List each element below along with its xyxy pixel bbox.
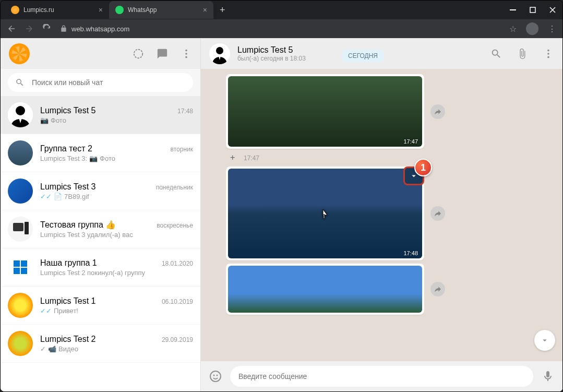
svg-rect-13	[14, 268, 20, 274]
svg-point-19	[547, 56, 549, 58]
message-0[interactable]: 17:47	[226, 74, 424, 149]
svg-rect-15	[21, 268, 27, 274]
lock-icon	[60, 25, 67, 32]
compose-bar	[201, 361, 562, 391]
tab-title: WhatsApp	[128, 6, 199, 14]
sent-icon: ✓	[40, 345, 46, 353]
message-menu-button[interactable]: 1	[403, 167, 424, 185]
svg-point-23	[217, 375, 218, 376]
svg-point-5	[185, 56, 187, 58]
mouse-cursor	[320, 208, 330, 221]
emoji-icon[interactable]	[209, 370, 222, 383]
profile-avatar[interactable]	[526, 22, 538, 35]
menu-icon[interactable]	[181, 48, 192, 60]
svg-rect-1	[530, 7, 535, 13]
new-chat-icon[interactable]	[157, 48, 168, 60]
chat-item-5[interactable]: Lumpics Test 106.10.2019✓✓ Привет!	[1, 287, 200, 325]
new-tab-button[interactable]: +	[213, 5, 232, 16]
svg-rect-12	[21, 260, 27, 267]
svg-point-17	[547, 49, 549, 51]
chat-item-6[interactable]: Lumpics Test 229.09.2019✓ 📹 Видео	[1, 325, 200, 363]
chat-name: Lumpics Test 3	[40, 182, 95, 192]
chat-avatar	[8, 217, 33, 242]
camera-icon: 📷	[40, 116, 49, 124]
browser-tab-whatsapp[interactable]: WhatsApp ×	[109, 1, 213, 19]
chat-time: 29.09.2019	[162, 336, 193, 343]
svg-point-4	[185, 53, 187, 55]
url-display[interactable]: web.whatsapp.com	[60, 25, 501, 33]
chat-avatar	[8, 102, 33, 127]
browser-tab-lumpics[interactable]: Lumpics.ru ×	[5, 1, 109, 19]
message-2[interactable]: 17:481	[226, 167, 424, 260]
chat-preview: 📷 Фото	[40, 116, 193, 124]
chat-name: Lumpics Test 5	[40, 106, 95, 115]
chat-time: 06.10.2019	[162, 298, 193, 305]
scroll-down-button[interactable]	[534, 330, 555, 351]
chat-preview: Lumpics Test 3: 📷 Фото	[40, 155, 193, 162]
forward-button[interactable]	[25, 24, 34, 33]
search-container	[1, 69, 200, 96]
chat-avatar	[8, 293, 33, 318]
reload-button[interactable]	[42, 24, 52, 33]
maximize-button[interactable]	[529, 6, 536, 14]
svg-rect-8	[13, 223, 23, 231]
browser-menu-icon[interactable]: ⋮	[548, 24, 556, 34]
chat-name: Тестовая группа 👍	[40, 220, 116, 230]
chat-list: Lumpics Test 517:48📷 ФотоГруппа тест 2вт…	[1, 96, 200, 391]
chat-item-3[interactable]: Тестовая группа 👍воскресеньеLumpics Test…	[1, 210, 200, 248]
contact-avatar[interactable]	[209, 43, 230, 64]
chat-time: 18.01.2020	[162, 260, 193, 267]
chat-preview: ✓✓ 📄 7B89.gif	[40, 193, 193, 200]
chat-name: Наша группа 1	[40, 258, 97, 268]
back-button[interactable]	[7, 24, 16, 33]
svg-rect-0	[510, 9, 516, 10]
svg-point-22	[213, 375, 215, 376]
chat-item-4[interactable]: Наша группа 118.01.2020Lumpics Test 2 по…	[1, 248, 200, 287]
chat-time: понедельник	[156, 184, 193, 191]
mic-icon[interactable]	[542, 370, 554, 383]
read-receipt-icon: ✓✓	[40, 193, 52, 200]
bookmark-icon[interactable]: ☆	[509, 24, 517, 34]
forward-button[interactable]	[430, 206, 445, 221]
message-expand[interactable]: + 17:47	[226, 152, 531, 163]
chat-item-0[interactable]: Lumpics Test 517:48📷 Фото	[1, 96, 200, 134]
svg-rect-9	[25, 222, 29, 234]
chat-time: воскресенье	[157, 222, 193, 229]
svg-point-3	[185, 49, 187, 51]
favicon-lumpics	[11, 6, 19, 14]
svg-point-7	[16, 106, 25, 115]
chat-name: Группа тест 2	[40, 144, 92, 153]
read-receipt-icon: ✓✓	[40, 307, 52, 315]
browser-tabstrip: Lumpics.ru × WhatsApp × +	[1, 1, 562, 19]
annotation-callout: 1	[414, 159, 432, 176]
chat-avatar	[8, 255, 33, 280]
message-image[interactable]	[228, 266, 422, 313]
close-icon[interactable]: ×	[203, 6, 207, 14]
message-3[interactable]	[226, 264, 424, 315]
message-input[interactable]	[230, 366, 533, 387]
own-avatar[interactable]	[9, 43, 30, 64]
chat-item-1[interactable]: Группа тест 2вторникLumpics Test 3: 📷 Фо…	[1, 134, 200, 172]
search-icon	[15, 78, 25, 87]
chat-time: вторник	[171, 146, 193, 153]
forward-button[interactable]	[430, 282, 445, 296]
close-button[interactable]	[549, 6, 556, 14]
search-in-chat-icon[interactable]	[490, 48, 502, 60]
svg-rect-20	[324, 215, 325, 219]
close-icon[interactable]: ×	[99, 6, 103, 14]
chat-avatar	[8, 179, 33, 204]
chat-time: 17:48	[177, 108, 193, 115]
chat-item-2[interactable]: Lumpics Test 3понедельник✓✓ 📄 7B89.gif	[1, 172, 200, 210]
chat-avatar	[8, 331, 33, 356]
attach-icon[interactable]	[517, 48, 528, 60]
conversation-menu-icon[interactable]	[543, 48, 554, 60]
minimize-button[interactable]	[509, 6, 517, 14]
search-input[interactable]	[32, 78, 186, 87]
sidebar-header	[1, 38, 200, 69]
browser-address-bar: web.whatsapp.com ☆ ⋮	[1, 19, 562, 38]
svg-point-18	[547, 53, 549, 55]
message-image[interactable]	[228, 76, 422, 147]
status-icon[interactable]	[133, 48, 144, 60]
conversation-panel: Lumpics Test 5 был(-а) сегодня в 18:03 С…	[201, 38, 562, 391]
forward-button[interactable]	[430, 104, 445, 119]
